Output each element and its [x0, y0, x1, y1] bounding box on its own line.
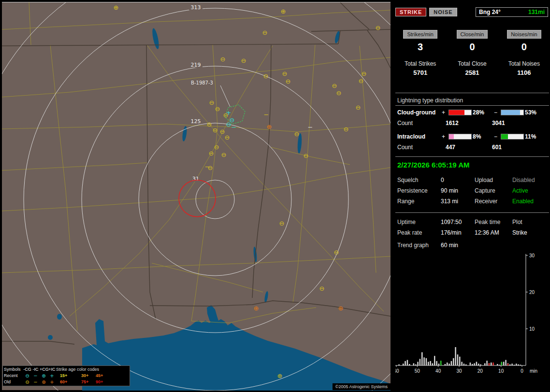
- trend-graph: 3020106050403020100min: [395, 252, 549, 376]
- strike-symbol: ⊖: [344, 126, 349, 133]
- peak-time-label: Peak time: [475, 219, 512, 225]
- strike-symbol: ⊖: [332, 82, 337, 89]
- upload-label: Upload: [475, 177, 512, 183]
- strike-symbol: ⊖: [221, 151, 227, 158]
- total-strikes-value: 5701: [394, 69, 446, 76]
- squelch-value: 0: [441, 177, 475, 183]
- strike-symbol: ⊖: [209, 99, 215, 106]
- bearing-label: Bng 24°: [479, 9, 501, 15]
- total-strikes-label: Total Strikes: [394, 60, 446, 67]
- svg-text:40: 40: [435, 368, 441, 374]
- total-close-label: Total Close: [446, 60, 498, 67]
- plus-sign: +: [442, 133, 449, 140]
- strikes-per-min-value: 3: [394, 42, 446, 53]
- age-code-90: 90+: [96, 379, 110, 385]
- count-label: Count: [397, 144, 446, 151]
- strike-indicator[interactable]: STRIKE: [395, 8, 426, 16]
- map-canvas[interactable]: 313 219 125 31 B-1987-3 ⊖⊖⊖⊖⊖⊖⊖⊖⊖⊖⊖⊖⊖⊖⊖⊖…: [2, 2, 391, 391]
- ring-label-219: 219: [191, 62, 201, 68]
- intracloud-counts: Count 447 601: [397, 144, 550, 151]
- recent-cg-pos-icon: ⊕: [40, 373, 48, 379]
- range-value: 313 mi: [441, 198, 475, 205]
- strike-symbol: ⊖: [356, 104, 361, 111]
- old-cg-neg-icon: ⊖: [23, 379, 31, 385]
- strike-symbol: ⊖: [215, 105, 220, 112]
- capture-label: Capture: [475, 187, 512, 194]
- storm-cell-label: B-1987-3: [191, 80, 213, 85]
- svg-text:50: 50: [415, 368, 420, 374]
- intracloud-row: Intracloud + 8% − 11%: [397, 133, 550, 140]
- svg-text:60: 60: [395, 368, 399, 374]
- copyright-text: ©2005 Astrogenic Systems: [333, 383, 391, 390]
- recent-cg-neg-icon: ⊖: [23, 373, 31, 379]
- svg-text:30: 30: [456, 368, 462, 374]
- ic-pos-pct: 8%: [473, 133, 494, 140]
- age-code-60: 60+: [60, 379, 81, 385]
- strike-symbol: ⊖: [279, 220, 285, 227]
- state-borders-layer: [2, 2, 391, 344]
- divider: [395, 156, 549, 157]
- ic-neg-count: 601: [492, 144, 550, 151]
- total-close-value: 2581: [446, 69, 498, 76]
- noise-indicator[interactable]: NOISE: [429, 8, 457, 16]
- strike-symbol: ⊕: [114, 4, 119, 11]
- strike-symbol: ⊖: [376, 24, 381, 31]
- age-code-45: 45+: [96, 373, 110, 379]
- strike-symbol: ⊖: [336, 89, 342, 97]
- legend-row-recent: Recent: [4, 373, 23, 379]
- svg-text:20: 20: [529, 290, 535, 295]
- recent-ic-neg-icon: −: [31, 373, 40, 379]
- receiver-status: Enabled: [512, 198, 550, 205]
- ic-pos-count: 447: [446, 144, 492, 151]
- age-code-15: 15+: [60, 373, 81, 379]
- control-panel: STRIKE NOISE Bng 24° 131mi Strikes/min C…: [394, 0, 550, 392]
- old-ic-neg-icon: −: [31, 379, 40, 385]
- close-per-min-value: 0: [446, 42, 498, 53]
- strike-symbol: ⊖: [362, 70, 367, 77]
- strike-symbol: ⊕: [281, 8, 286, 15]
- cg-neg-bar: [501, 110, 524, 115]
- strike-symbol: ⊕: [277, 372, 283, 379]
- range-label: Range: [397, 198, 441, 205]
- plot-value: Strike: [512, 229, 550, 236]
- strike-symbol: ⊖: [359, 77, 364, 84]
- svg-text:min: min: [530, 368, 537, 374]
- strike-symbol: ⊖: [225, 134, 230, 141]
- strike-symbol: −: [232, 124, 237, 131]
- strike-symbol: ⊖: [214, 143, 219, 151]
- uptime-label: Uptime: [397, 219, 441, 225]
- upload-status: Disabled: [512, 177, 550, 183]
- status-grid: Uptime 1097:50 Peak time Plot Peak rate …: [397, 219, 550, 236]
- indicator-row: STRIKE NOISE Bng 24° 131mi: [395, 7, 548, 17]
- minus-sign: −: [494, 133, 501, 140]
- cloud-ground-label: Cloud-ground: [397, 109, 442, 116]
- svg-text:10: 10: [498, 368, 504, 374]
- svg-text:0: 0: [521, 368, 523, 374]
- divider: [395, 93, 549, 93]
- receiver-label: Receiver: [475, 198, 512, 205]
- strike-symbol: ⊖: [226, 121, 232, 128]
- trend-graph-header: Trend graph 60 min: [397, 242, 550, 249]
- strike-symbol: ⊕: [338, 305, 344, 312]
- noises-per-min-value: 0: [498, 42, 550, 53]
- close-per-min-badge: Close/min: [457, 30, 488, 39]
- divider: [395, 212, 549, 213]
- legend-col-ic-neg: -IC: [31, 366, 40, 373]
- persistence-value: 90 min: [441, 187, 475, 194]
- roads-layer: [2, 2, 391, 331]
- squelch-label: Squelch: [397, 177, 441, 183]
- strike-symbol: ⊖: [263, 72, 269, 80]
- recent-ic-pos-icon: +: [48, 373, 56, 379]
- strike-symbol: ⊖: [319, 285, 325, 292]
- peak-rate-value: 176/min: [441, 229, 475, 236]
- strike-symbol: ⊕: [267, 123, 272, 130]
- legend-row-old: Old: [4, 379, 23, 385]
- strike-symbol: −: [264, 111, 269, 118]
- svg-text:10: 10: [529, 326, 535, 332]
- minus-sign: −: [494, 109, 501, 116]
- lightning-map[interactable]: 313 219 125 31 B-1987-3 ⊖⊖⊖⊖⊖⊖⊖⊖⊖⊖⊖⊖⊖⊖⊖⊖…: [2, 2, 391, 390]
- count-label: Count: [397, 120, 446, 126]
- strikes-layer: ⊖⊖⊖⊖⊖⊖⊖⊖⊖⊖⊖⊖⊖⊖⊖⊖⊖⊖⊖⊖⊖⊖⊖⊖⊖⊖⊖⊖⊖⊕⊕⊕−−⊕⊕⊕+⊖⊖…: [114, 4, 381, 379]
- strike-symbol: ⊖: [334, 249, 339, 256]
- strike-symbol: ⊖: [304, 152, 309, 159]
